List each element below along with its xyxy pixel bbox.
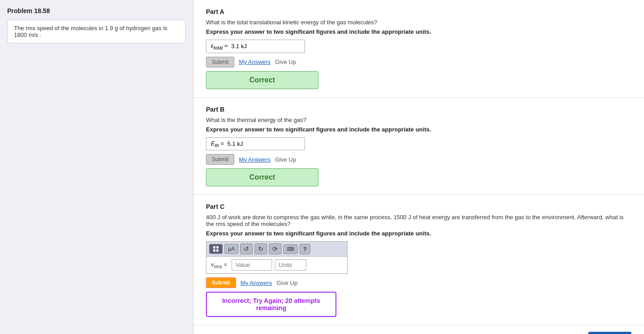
svg-rect-3	[216, 249, 219, 252]
footer-row: Provide Feedback Continue	[193, 325, 644, 334]
part-b-my-answers-link[interactable]: My Answers	[239, 156, 270, 163]
part-c-units-input[interactable]	[275, 259, 306, 271]
problem-title: Problem 18.58	[7, 7, 186, 14]
math-input-area: vrms =	[206, 256, 348, 274]
part-c-submit-button[interactable]: Submit	[206, 277, 236, 288]
part-c-instruction: Express your answer to two significant f…	[206, 230, 631, 237]
part-b-answer-value: 5.1 kJ	[228, 140, 243, 147]
part-b-correct-banner: Correct	[206, 168, 318, 186]
part-a-give-up-link[interactable]: Give Up	[275, 59, 296, 65]
part-b-btn-row: Submit My Answers Give Up	[206, 154, 631, 165]
toolbar-undo-button[interactable]: ↺	[240, 244, 253, 254]
part-c-btn-row: Submit My Answers Give Up	[206, 277, 631, 288]
part-a-answer-label: εtotal =	[211, 42, 229, 50]
part-a-my-answers-link[interactable]: My Answers	[239, 59, 270, 65]
part-c-label: Part C	[206, 203, 631, 210]
part-b-question: What is the thermal energy of the gas?	[206, 117, 631, 123]
part-a-question: What is the total translational kinetic …	[206, 19, 631, 26]
part-c-math-input-container: µA ↺ ↻ ⟳ ⌨ ? vrms =	[206, 241, 631, 274]
toolbar-redo-button[interactable]: ↻	[255, 244, 267, 254]
part-a-correct-banner: Correct	[206, 71, 318, 89]
part-b-answer-label: Eth =	[211, 140, 226, 148]
part-b-instruction: Express your answer to two significant f…	[206, 126, 631, 133]
problem-statement-text: The rms speed of the molecules in 1.9 g …	[14, 25, 167, 38]
part-c-incorrect-banner: Incorrect; Try Again; 20 attempts remain…	[206, 292, 336, 317]
part-a-label: Part A	[206, 8, 631, 15]
toolbar-help-button[interactable]: ?	[300, 244, 310, 254]
toolbar-grid-button[interactable]	[209, 244, 223, 254]
part-b-answer-row: Eth = 5.1 kJ	[206, 137, 631, 151]
main-content: Part A What is the total translational k…	[193, 0, 644, 334]
toolbar-refresh-button[interactable]: ⟳	[269, 244, 282, 254]
part-c-value-input[interactable]	[232, 259, 272, 271]
part-b-section: Part B What is the thermal energy of the…	[193, 98, 644, 195]
part-a-instruction: Express your answer to two significant f…	[206, 28, 631, 35]
math-input-toolbar: µA ↺ ↻ ⟳ ⌨ ?	[206, 241, 348, 256]
part-a-answer-row: εtotal = 3.1 kJ	[206, 40, 631, 53]
part-b-give-up-link[interactable]: Give Up	[275, 156, 296, 163]
part-a-answer-box: εtotal = 3.1 kJ	[206, 40, 305, 53]
toolbar-mu-button[interactable]: µA	[224, 244, 238, 254]
part-a-section: Part A What is the total translational k…	[193, 0, 644, 98]
grid-icon	[213, 246, 219, 252]
svg-rect-1	[216, 246, 219, 248]
svg-rect-2	[213, 249, 215, 252]
sidebar: Problem 18.58 The rms speed of the molec…	[0, 0, 193, 334]
part-a-submit-button[interactable]: Submit	[206, 57, 234, 68]
part-a-btn-row: Submit My Answers Give Up	[206, 57, 631, 68]
part-c-section: Part C 400 J of work are done to compres…	[193, 195, 644, 325]
part-c-my-answers-link[interactable]: My Answers	[241, 280, 272, 286]
part-b-answer-box: Eth = 5.1 kJ	[206, 137, 305, 151]
part-c-answer-label: vrms =	[211, 261, 227, 269]
part-b-label: Part B	[206, 106, 631, 113]
toolbar-keyboard-button[interactable]: ⌨	[283, 244, 298, 254]
part-a-answer-value: 3.1 kJ	[231, 43, 247, 50]
continue-button[interactable]: Continue	[588, 332, 631, 334]
problem-statement: The rms speed of the molecules in 1.9 g …	[7, 20, 186, 43]
part-c-question: 400 J of work are done to compress the g…	[206, 214, 631, 227]
svg-rect-0	[213, 246, 215, 248]
part-c-give-up-link[interactable]: Give Up	[277, 280, 298, 286]
part-b-submit-button[interactable]: Submit	[206, 154, 234, 165]
